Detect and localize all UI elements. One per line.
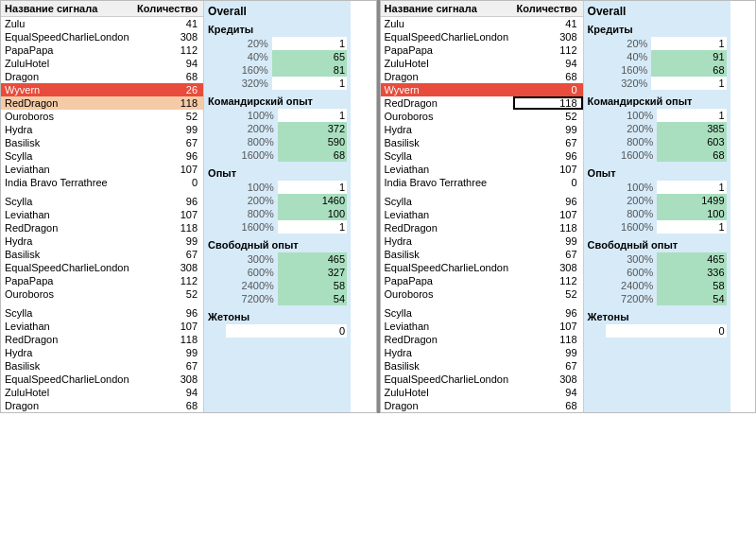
table-row[interactable]: RedDragon118: [381, 333, 583, 346]
table-row[interactable]: Ouroboros52: [381, 110, 583, 123]
signal-qty: 112: [133, 43, 203, 57]
val-cell: 1: [278, 181, 347, 194]
signal-name: Leviathan: [1, 163, 133, 176]
table-row[interactable]: RedDragon118: [381, 221, 583, 234]
table-row[interactable]: Scylla96: [1, 306, 203, 320]
table-row[interactable]: Wyvern26: [1, 83, 203, 96]
table-row[interactable]: Dragon68: [381, 399, 583, 412]
table-row[interactable]: India Bravo Terrathree0: [381, 176, 583, 189]
val-cell: 68: [657, 148, 726, 162]
table-row[interactable]: Ouroboros52: [1, 110, 203, 123]
signal-name: Scylla: [1, 149, 133, 163]
table-row[interactable]: Leviathan107: [1, 163, 203, 176]
overall-panel-right: OverallКредиты20%140%91160%68320%1Команд…: [584, 1, 730, 412]
table-row[interactable]: Basilisk67: [1, 248, 203, 261]
val-cell: 58: [278, 279, 347, 292]
table-row[interactable]: Scylla96: [381, 306, 583, 320]
table-row[interactable]: Leviathan107: [1, 208, 203, 221]
signal-qty: 67: [513, 136, 583, 149]
table-row[interactable]: PapaPapa112: [381, 274, 583, 287]
table-row[interactable]: Dragon68: [1, 70, 203, 83]
table-row[interactable]: Basilisk67: [381, 136, 583, 149]
section-title: Свободный опыт: [588, 239, 727, 251]
signal-qty: 107: [513, 320, 583, 333]
signal-name: Basilisk: [1, 359, 133, 373]
table-row[interactable]: RedDragon118: [381, 96, 583, 110]
table-row[interactable]: Scylla96: [1, 149, 203, 163]
table-row[interactable]: Wyvern0: [381, 83, 583, 96]
table-row[interactable]: ZuluHotel94: [381, 57, 583, 70]
overall-section-table: 0: [208, 324, 347, 338]
val-cell: 100: [657, 207, 726, 220]
overall-section-table: 20%140%65160%81320%1: [208, 37, 347, 90]
signal-name: Basilisk: [1, 136, 133, 149]
table-row[interactable]: Hydra99: [1, 346, 203, 359]
signal-qty: 96: [133, 195, 203, 208]
table-row[interactable]: EqualSpeedCharlieLondon308: [381, 261, 583, 274]
table-row[interactable]: PapaPapa112: [381, 43, 583, 57]
table-row[interactable]: EqualSpeedCharlieLondon308: [1, 373, 203, 386]
table-row[interactable]: Hydra99: [1, 234, 203, 248]
table-row[interactable]: Leviathan107: [1, 320, 203, 333]
table-row[interactable]: Scylla96: [381, 149, 583, 163]
table-row[interactable]: India Bravo Terrathree0: [1, 176, 203, 189]
table-row[interactable]: Hydra99: [381, 234, 583, 248]
table-row[interactable]: Basilisk67: [1, 136, 203, 149]
table-row[interactable]: Scylla96: [1, 195, 203, 208]
table-row[interactable]: Dragon68: [1, 399, 203, 412]
table-row[interactable]: PapaPapa112: [1, 43, 203, 57]
table-row[interactable]: EqualSpeedCharlieLondon308: [1, 261, 203, 274]
signal-qty: 96: [133, 306, 203, 320]
table-row[interactable]: Dragon68: [381, 70, 583, 83]
table-row[interactable]: Leviathan107: [381, 320, 583, 333]
pct-cell: 100%: [208, 181, 278, 194]
table-row[interactable]: Zulu41: [381, 17, 583, 31]
table-row[interactable]: Hydra99: [381, 346, 583, 359]
signal-name: Hydra: [381, 346, 513, 359]
table-row[interactable]: ZuluHotel94: [1, 386, 203, 399]
table-row[interactable]: PapaPapa112: [1, 274, 203, 287]
table-row[interactable]: ZuluHotel94: [1, 57, 203, 70]
pct-cell: 1600%: [208, 148, 278, 162]
signal-name: Basilisk: [381, 248, 513, 261]
table-row[interactable]: EqualSpeedCharlieLondon308: [381, 30, 583, 43]
signal-qty: 112: [133, 274, 203, 287]
table-row[interactable]: RedDragon118: [1, 333, 203, 346]
pct-cell: 800%: [588, 207, 658, 220]
overall-row: 300%465: [588, 252, 727, 266]
section-title: Опыт: [208, 167, 347, 179]
table-row[interactable]: Scylla96: [381, 195, 583, 208]
signal-name: Hydra: [1, 123, 133, 136]
table-row[interactable]: Leviathan107: [381, 163, 583, 176]
table-row[interactable]: Hydra99: [1, 123, 203, 136]
table-row[interactable]: Zulu41: [1, 17, 203, 31]
signal-name: RedDragon: [381, 333, 513, 346]
table-row[interactable]: Hydra99: [381, 123, 583, 136]
signal-name: PapaPapa: [381, 274, 513, 287]
signal-name: Dragon: [381, 70, 513, 83]
overall-row: 600%327: [208, 266, 347, 279]
overall-row: 7200%54: [588, 292, 727, 305]
table-row[interactable]: Basilisk67: [1, 359, 203, 373]
signal-name: EqualSpeedCharlieLondon: [381, 261, 513, 274]
val-cell: 0: [226, 324, 347, 338]
table-row[interactable]: Ouroboros52: [381, 287, 583, 301]
table-row[interactable]: Leviathan107: [381, 208, 583, 221]
table-row[interactable]: RedDragon118: [1, 96, 203, 110]
table-row[interactable]: EqualSpeedCharlieLondon308: [1, 30, 203, 43]
table-row[interactable]: Ouroboros52: [1, 287, 203, 301]
overall-row: 320%1: [588, 77, 727, 90]
table-row[interactable]: RedDragon118: [1, 221, 203, 234]
signal-qty: 96: [513, 149, 583, 163]
section-title: Кредиты: [208, 24, 347, 35]
signal-name: Hydra: [1, 346, 133, 359]
overall-row: 200%1460: [208, 194, 347, 207]
table-row[interactable]: Basilisk67: [381, 248, 583, 261]
overall-section-table: 300%465600%3362400%587200%54: [588, 252, 727, 305]
signal-qty: 96: [513, 306, 583, 320]
signal-qty: 99: [133, 123, 203, 136]
signal-name: PapaPapa: [1, 43, 133, 57]
table-row[interactable]: Basilisk67: [381, 359, 583, 373]
table-row[interactable]: EqualSpeedCharlieLondon308: [381, 373, 583, 386]
table-row[interactable]: ZuluHotel94: [381, 386, 583, 399]
